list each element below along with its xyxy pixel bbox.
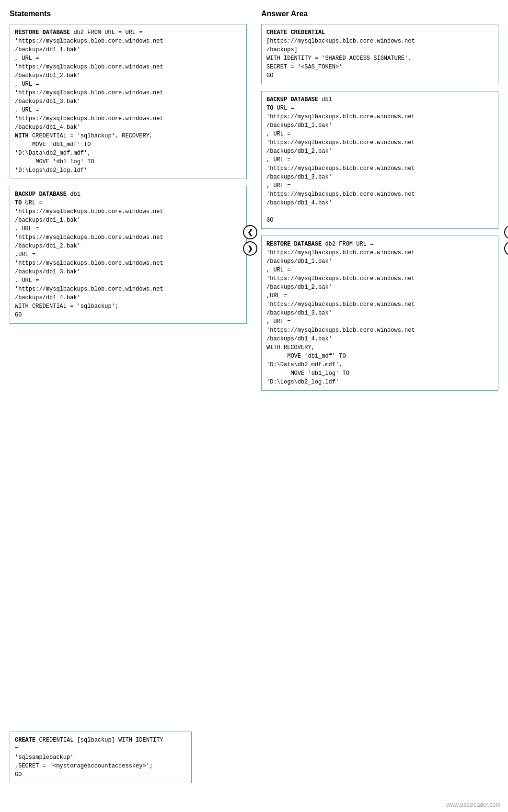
right-arrows: ⩁ ⩀: [504, 225, 508, 256]
answer-text-2: BACKUP DATABASE db1 TO URL = 'https://my…: [266, 95, 493, 225]
left-arrows: ❮ ❯: [243, 225, 257, 256]
statement-text-2: BACKUP DATABASE db1 TO URL = 'https://my…: [15, 190, 242, 319]
move-right-button[interactable]: ❯: [243, 241, 257, 256]
answer-box-2[interactable]: BACKUP DATABASE db1 TO URL = 'https://my…: [261, 91, 498, 229]
statements-column: Statements RESTORE DATABASE db2 FROM URL…: [10, 10, 247, 397]
answer-text-1: CREATE CREDENTIAL [https://mysqlbackups.…: [266, 28, 493, 80]
answer-area-title: Answer Area: [261, 10, 498, 18]
move-down-button[interactable]: ⩀: [504, 241, 508, 256]
bottom-statement-box[interactable]: CREATE CREDENTIAL [sqlbackup] WITH IDENT…: [10, 732, 192, 783]
statement-text-1: RESTORE DATABASE db2 FROM URL = URL = 'h…: [15, 28, 242, 175]
answer-area-column: Answer Area CREATE CREDENTIAL [https://m…: [261, 10, 498, 397]
answer-text-3: RESTORE DATABASE db2 FROM URL = 'https:/…: [266, 240, 493, 386]
statements-title: Statements: [10, 10, 247, 18]
watermark: www.passleader.com: [446, 801, 500, 808]
main-container: Statements RESTORE DATABASE db2 FROM URL…: [0, 0, 508, 397]
move-left-button[interactable]: ❮: [243, 225, 257, 239]
answer-box-1[interactable]: CREATE CREDENTIAL [https://mysqlbackups.…: [261, 24, 498, 84]
statement-box-2[interactable]: BACKUP DATABASE db1 TO URL = 'https://my…: [10, 186, 247, 324]
bottom-statement-text: CREATE CREDENTIAL [sqlbackup] WITH IDENT…: [15, 736, 186, 779]
answer-box-3[interactable]: RESTORE DATABASE db2 FROM URL = 'https:/…: [261, 236, 498, 391]
statement-box-1[interactable]: RESTORE DATABASE db2 FROM URL = URL = 'h…: [10, 24, 247, 179]
move-up-button[interactable]: ⩁: [504, 225, 508, 239]
